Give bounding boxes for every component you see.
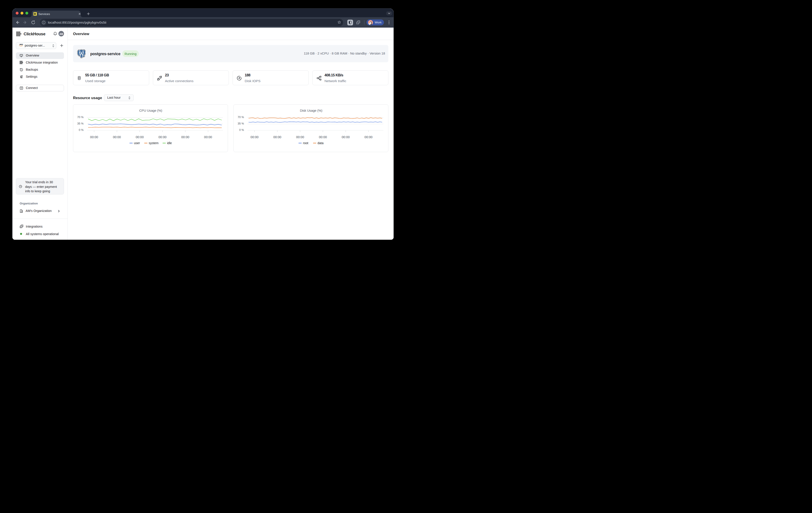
svg-text:00:00: 00:00 bbox=[273, 135, 281, 139]
svg-text:00:00: 00:00 bbox=[296, 135, 304, 139]
svg-text:00:00: 00:00 bbox=[136, 135, 144, 139]
svg-text:35 %: 35 % bbox=[77, 122, 84, 125]
svg-text:00:00: 00:00 bbox=[158, 135, 166, 139]
svg-text:00:00: 00:00 bbox=[113, 135, 121, 139]
svg-text:00:00: 00:00 bbox=[204, 135, 212, 139]
svg-text:0 %: 0 % bbox=[79, 129, 84, 132]
svg-text:idle: idle bbox=[167, 141, 172, 145]
svg-text:00:00: 00:00 bbox=[342, 135, 350, 139]
svg-text:70 %: 70 % bbox=[238, 115, 244, 118]
svg-text:0 %: 0 % bbox=[239, 129, 244, 132]
svg-text:Disk Usage (%): Disk Usage (%) bbox=[300, 109, 322, 112]
svg-text:system: system bbox=[149, 141, 158, 145]
svg-text:70 %: 70 % bbox=[77, 115, 84, 118]
svg-text:root: root bbox=[303, 141, 308, 145]
svg-text:35 %: 35 % bbox=[238, 122, 244, 125]
svg-text:00:00: 00:00 bbox=[181, 135, 189, 139]
svg-text:CPU Usage (%): CPU Usage (%) bbox=[139, 109, 162, 112]
svg-text:00:00: 00:00 bbox=[90, 135, 98, 139]
svg-text:user: user bbox=[134, 141, 140, 145]
svg-text:00:00: 00:00 bbox=[251, 135, 258, 139]
svg-text:data: data bbox=[318, 141, 323, 145]
svg-text:00:00: 00:00 bbox=[319, 135, 327, 139]
svg-text:00:00: 00:00 bbox=[365, 135, 373, 139]
